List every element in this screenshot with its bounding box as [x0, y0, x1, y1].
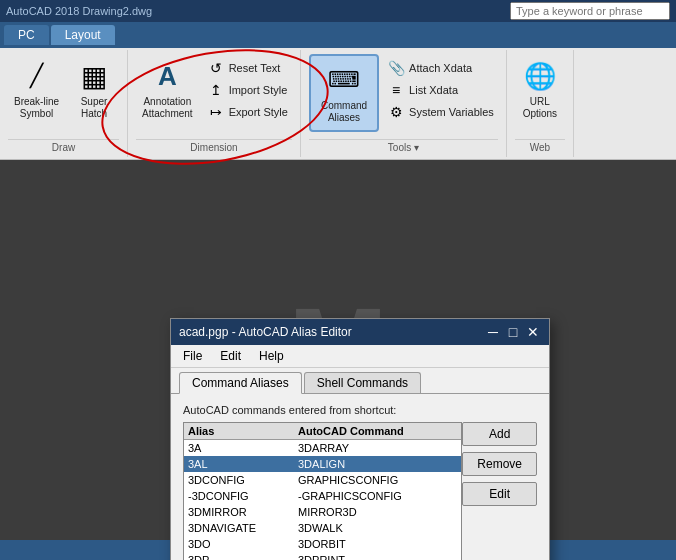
ribbon-group-tools: ⌨ CommandAliases 📎 Attach Xdata ≡ List X…: [301, 50, 507, 157]
list-item[interactable]: 3DCONFIG GRAPHICSCONFIG: [184, 472, 461, 488]
menu-help[interactable]: Help: [255, 347, 288, 365]
add-button[interactable]: Add: [462, 422, 537, 446]
dialog-description: AutoCAD commands entered from shortcut:: [183, 404, 537, 416]
web-items: 🌐 URLOptions: [515, 54, 565, 139]
menu-edit[interactable]: Edit: [216, 347, 245, 365]
dialog-minimize-button[interactable]: ─: [485, 324, 501, 340]
header-alias: Alias: [188, 425, 298, 437]
reset-text-icon: ↺: [207, 60, 225, 76]
menu-file[interactable]: File: [179, 347, 206, 365]
ribbon: ╱ Break-lineSymbol ▦ SuperHatch Draw A A…: [0, 48, 676, 160]
tools-items: ⌨ CommandAliases 📎 Attach Xdata ≡ List X…: [309, 54, 498, 139]
attach-xdata-icon: 📎: [387, 60, 405, 76]
draw-items: ╱ Break-lineSymbol ▦ SuperHatch: [8, 54, 119, 139]
dialog-title-bar: acad.pgp - AutoCAD Alias Editor ─ □ ✕: [171, 319, 549, 345]
header-command: AutoCAD Command: [298, 425, 441, 437]
tab-bar: PC Layout: [0, 22, 676, 48]
list-item[interactable]: -3DCONFIG -GRAPHICSCONFIG: [184, 488, 461, 504]
reset-text-button[interactable]: ↺ Reset Text: [203, 58, 292, 78]
search-input[interactable]: [510, 2, 670, 20]
alias-editor-dialog: acad.pgp - AutoCAD Alias Editor ─ □ ✕ Fi…: [170, 318, 550, 560]
remove-button[interactable]: Remove: [462, 452, 537, 476]
ribbon-group-draw: ╱ Break-lineSymbol ▦ SuperHatch Draw: [0, 50, 128, 157]
edit-button[interactable]: Edit: [462, 482, 537, 506]
command-aliases-icon: ⌨: [326, 62, 362, 98]
dialog-title: acad.pgp - AutoCAD Alias Editor: [179, 325, 485, 339]
system-variables-button[interactable]: ⚙ System Variables: [383, 102, 498, 122]
tab-shell-commands[interactable]: Shell Commands: [304, 372, 421, 393]
tools-small-buttons: 📎 Attach Xdata ≡ List Xdata ⚙ System Var…: [383, 54, 498, 122]
web-label: Web: [515, 139, 565, 153]
draw-label: Draw: [8, 139, 119, 153]
dimension-items: A AnnotationAttachment ↺ Reset Text ↥ Im…: [136, 54, 292, 139]
list-item[interactable]: 3A 3DARRAY: [184, 440, 461, 456]
break-line-symbol-button[interactable]: ╱ Break-lineSymbol: [8, 54, 65, 124]
tab-pc[interactable]: PC: [4, 25, 49, 45]
list-item[interactable]: 3DO 3DORBIT: [184, 536, 461, 552]
tools-label: Tools ▾: [309, 139, 498, 153]
list-header: Alias AutoCAD Command: [184, 423, 461, 440]
ribbon-group-dimension: A AnnotationAttachment ↺ Reset Text ↥ Im…: [128, 50, 301, 157]
app-title: AutoCAD 2018 Drawing2.dwg: [6, 5, 510, 17]
alias-list[interactable]: Alias AutoCAD Command 3A 3DARRAY 3AL 3DA…: [183, 422, 462, 560]
list-item[interactable]: 3DP 3DPRINT: [184, 552, 461, 560]
title-bar: AutoCAD 2018 Drawing2.dwg: [0, 0, 676, 22]
dialog-menu-bar: File Edit Help: [171, 345, 549, 368]
dialog-close-button[interactable]: ✕: [525, 324, 541, 340]
dialog-action-buttons: Add Remove Edit: [462, 422, 537, 506]
main-canvas: M acad.pgp - AutoCAD Alias Editor ─ □ ✕ …: [0, 160, 676, 540]
tab-command-aliases[interactable]: Command Aliases: [179, 372, 302, 394]
list-xdata-button[interactable]: ≡ List Xdata: [383, 80, 498, 100]
ribbon-group-web: 🌐 URLOptions Web: [507, 50, 574, 157]
url-options-button[interactable]: 🌐 URLOptions: [515, 54, 565, 124]
super-hatch-icon: ▦: [76, 58, 112, 94]
attach-xdata-button[interactable]: 📎 Attach Xdata: [383, 58, 498, 78]
list-item[interactable]: 3AL 3DALIGN: [184, 456, 461, 472]
command-aliases-button[interactable]: ⌨ CommandAliases: [309, 54, 379, 132]
import-style-icon: ↥: [207, 82, 225, 98]
super-hatch-button[interactable]: ▦ SuperHatch: [69, 54, 119, 124]
export-style-icon: ↦: [207, 104, 225, 120]
dialog-maximize-button[interactable]: □: [505, 324, 521, 340]
annotation-icon: A: [149, 58, 185, 94]
system-variables-icon: ⚙: [387, 104, 405, 120]
dialog-controls: ─ □ ✕: [485, 324, 541, 340]
annotation-attachment-button[interactable]: A AnnotationAttachment: [136, 54, 199, 124]
list-item[interactable]: 3DNAVIGATE 3DWALK: [184, 520, 461, 536]
break-line-icon: ╱: [19, 58, 55, 94]
list-container: Alias AutoCAD Command 3A 3DARRAY 3AL 3DA…: [183, 422, 537, 560]
import-style-button[interactable]: ↥ Import Style: [203, 80, 292, 100]
url-options-icon: 🌐: [522, 58, 558, 94]
list-xdata-icon: ≡: [387, 82, 405, 98]
dimension-label: Dimension: [136, 139, 292, 153]
dimension-small-buttons: ↺ Reset Text ↥ Import Style ↦ Export Sty…: [203, 54, 292, 122]
export-style-button[interactable]: ↦ Export Style: [203, 102, 292, 122]
list-item[interactable]: 3DMIRROR MIRROR3D: [184, 504, 461, 520]
tab-layout[interactable]: Layout: [51, 25, 115, 45]
dialog-tabs: Command Aliases Shell Commands: [171, 368, 549, 394]
dialog-body: AutoCAD commands entered from shortcut: …: [171, 394, 549, 560]
